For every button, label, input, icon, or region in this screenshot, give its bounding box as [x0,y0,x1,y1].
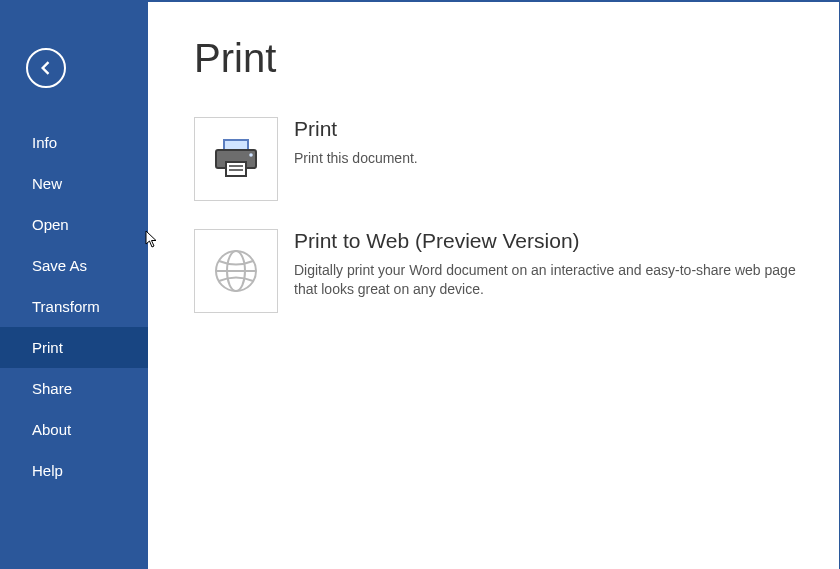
sidebar-item-label: Help [32,462,63,479]
sidebar-item-label: Open [32,216,69,233]
print-to-web-option[interactable]: Print to Web (Preview Version) Digitally… [194,229,799,313]
print-option[interactable]: Print Print this document. [194,117,799,201]
back-arrow-icon [36,58,56,78]
print-to-web-icon-box [194,229,278,313]
backstage-window: Info New Open Save As Transform Print Sh… [0,0,840,569]
sidebar-item-print[interactable]: Print [0,327,148,368]
backstage-sidebar: Info New Open Save As Transform Print Sh… [0,2,148,569]
print-to-web-title: Print to Web (Preview Version) [294,229,799,253]
svg-rect-0 [224,140,248,150]
print-option-icon-box [194,117,278,201]
sidebar-item-open[interactable]: Open [0,204,148,245]
sidebar-item-about[interactable]: About [0,409,148,450]
print-to-web-desc: Digitally print your Word document on an… [294,261,799,299]
print-option-title: Print [294,117,418,141]
sidebar-item-label: Print [32,339,63,356]
print-to-web-text: Print to Web (Preview Version) Digitally… [294,229,799,299]
sidebar-item-help[interactable]: Help [0,450,148,491]
sidebar-item-new[interactable]: New [0,163,148,204]
sidebar-item-share[interactable]: Share [0,368,148,409]
sidebar-item-save-as[interactable]: Save As [0,245,148,286]
svg-point-5 [249,153,253,157]
globe-icon [213,248,259,294]
page-title: Print [194,36,799,81]
print-option-text: Print Print this document. [294,117,418,168]
print-option-desc: Print this document. [294,149,418,168]
printer-icon [212,138,260,180]
sidebar-item-label: About [32,421,71,438]
sidebar-item-label: Transform [32,298,100,315]
sidebar-item-info[interactable]: Info [0,122,148,163]
sidebar-menu: Info New Open Save As Transform Print Sh… [0,122,148,491]
back-button[interactable] [26,48,66,88]
content-area: Print Print Print this document. [148,2,839,569]
sidebar-item-label: Save As [32,257,87,274]
sidebar-item-label: Share [32,380,72,397]
sidebar-item-transform[interactable]: Transform [0,286,148,327]
sidebar-item-label: Info [32,134,57,151]
svg-rect-2 [226,162,246,176]
sidebar-item-label: New [32,175,62,192]
